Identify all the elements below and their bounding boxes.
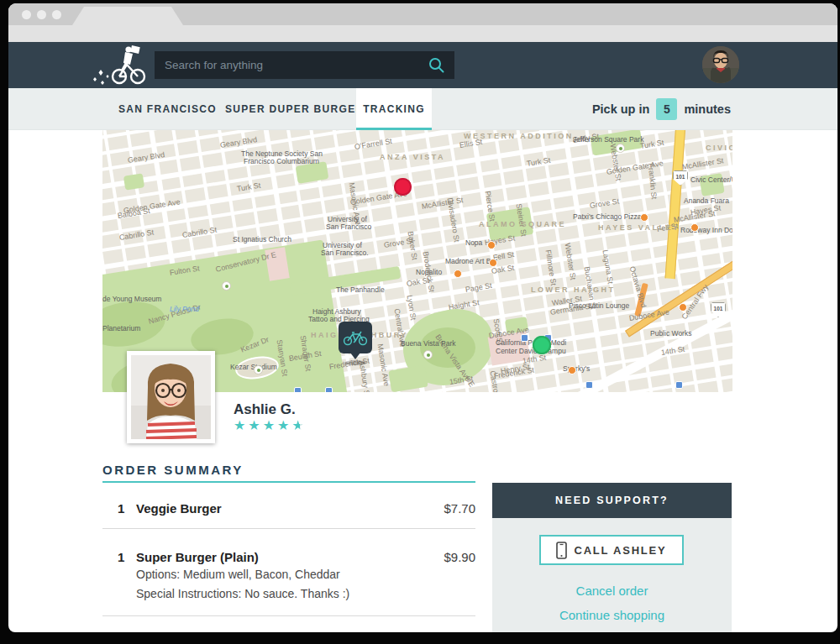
map-label: de Young Museum [102,296,161,303]
park-poi-dot [222,281,231,291]
map-label: Rodeway Inn Down [680,227,732,234]
map-label: St Ignatius Church [233,236,291,243]
window-minimize-button[interactable] [37,10,46,19]
search-bar [155,51,454,79]
restaurant-poi-dot [568,366,576,374]
courier-marker-shadow [344,360,366,365]
browser-tab-bar [8,3,837,25]
transit-poi-dot [294,387,302,392]
map-label: ANZA VISTA [380,154,445,161]
map-label: Sparky's [563,365,590,373]
map-label: Patxi's Chicago Pizza [573,213,641,221]
search-icon[interactable] [428,56,446,75]
transit-poi-dot [521,334,528,342]
item-detail-line: Options: Medium well, Bacon, Cheddar [136,565,444,584]
continue-shopping-link[interactable]: Continue shopping [492,608,732,622]
order-summary-title: ORDER SUMMARY [102,463,244,477]
courier-bike-marker[interactable] [339,322,372,353]
cancel-order-link[interactable]: Cancel order [492,584,732,598]
map-label: WESTERN ADDITION [464,133,574,140]
map-label: San Francisco [326,223,371,231]
map-label: CIVIC [706,144,732,152]
order-summary-rule [102,481,475,483]
restaurant-poi-dot [487,241,496,249]
map-label: Ananda Fuara [684,197,729,205]
item-name: Super Burger (Plain) [136,549,444,565]
bicycle-icon [343,329,368,346]
star-icon: ★ [291,418,306,432]
support-panel-title: NEED SUPPORT? [492,483,732,518]
park-poi-dot [423,350,433,359]
pickup-minutes-badge: 5 [656,98,677,120]
window-close-button[interactable] [22,10,31,19]
order-items-list: 1Veggie Burger$7.701Super Burger (Plain)… [102,494,475,616]
map-label: The Panhandle [336,286,385,294]
browser-window: SAN FRANCISCO SUPER DUPER BURGER TRACKIN… [8,3,837,632]
pickup-eta: Pick up in 5 minutes [592,88,731,130]
tab-tracking[interactable]: TRACKING [356,88,432,130]
restaurant-poi-dot [454,270,462,278]
map-label: Francisco Columbarium [244,158,319,165]
window-zoom-button[interactable] [52,10,61,19]
courier-name: Ashlie G. [234,401,296,418]
support-panel: NEED SUPPORT? CALL ASHLEY Cancel order C… [492,483,732,632]
call-courier-button[interactable]: CALL ASHLEY [539,535,684,565]
restaurant-poi-dot [690,223,699,232]
tab-super-duper-burger[interactable]: SUPER DUPER BURGER [225,88,364,130]
small-park [123,173,144,190]
item-qty: 1 [102,500,136,516]
browser-tab[interactable] [72,7,183,25]
courier-rating-stars: ★★★★★ [234,417,307,433]
star-icon: ★ [234,418,248,432]
item-detail-line: Special Instructions: No sauce. Thanks :… [136,584,444,604]
search-input[interactable] [155,59,428,71]
restaurant-poi-dot [679,303,687,312]
map-label: Center Davies Campu [496,348,566,355]
destination-marker[interactable] [533,336,551,354]
star-icon: ★ [248,418,262,432]
user-avatar[interactable] [702,46,739,83]
transit-poi-dot [585,381,593,389]
browser-toolbar [8,25,837,42]
star-icon: ★ [277,418,291,432]
courier-photo [127,351,215,443]
map-label: Planetarium [102,325,140,332]
map-label: Jefferson Square Park [573,136,643,144]
nav-bar: SAN FRANCISCO SUPER DUPER BURGER TRACKIN… [8,88,837,130]
map-label: Public Works [650,330,691,338]
item-price: $7.70 [444,500,475,516]
map-label: LOWER HAIGHT [531,286,616,294]
map-label: California Pacific Medi [496,339,566,347]
map-label: Buena Vista Park [401,340,456,348]
postmates-logo-icon[interactable] [88,44,154,87]
pickup-prefix: Pick up in [592,102,650,116]
pickup-suffix: minutes [684,102,731,116]
transit-poi-dot [325,387,333,392]
park-poi-dot [616,144,625,153]
transit-poi-dot [675,381,683,389]
order-item-row: 1Veggie Burger$7.70 [102,494,475,529]
star-icon: ★ [263,418,277,432]
map-label: Pisco Latin Lounge [569,302,629,310]
item-price: $9.90 [444,549,475,604]
map-label: Nopalito [416,269,442,276]
call-courier-label: CALL ASHLEY [574,544,666,557]
map-label: Nopa [465,239,482,247]
map-label: San Francisco. [321,249,369,257]
tab-san-francisco[interactable]: SAN FRANCISCO [118,88,217,130]
order-item-row: 1Super Burger (Plain)Options: Medium wel… [102,529,475,616]
map-label: ALAMO SQUARE [479,221,566,228]
map-label: Lily Pond [170,306,199,313]
map-label: Civic Center/U [690,176,732,184]
phone-icon [556,542,567,559]
restaurant-poi-dot [640,213,648,222]
item-name: Veggie Burger [136,500,444,516]
map-label: HAYES VALLEY [598,224,680,232]
app-header [8,42,837,88]
item-qty: 1 [102,549,136,604]
park-poi-dot [254,365,263,374]
restaurant-marker[interactable] [394,178,412,196]
restaurant-poi-dot [489,259,497,267]
